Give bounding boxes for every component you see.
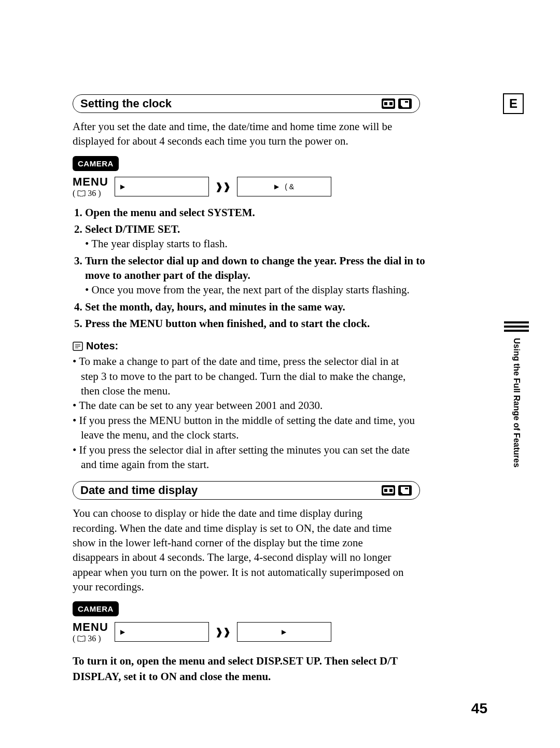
page-reference: ( 36 ) bbox=[73, 634, 101, 643]
svg-rect-3 bbox=[389, 102, 393, 105]
section-header-date-time-display: Date and time display bbox=[73, 481, 420, 500]
mode-icons bbox=[381, 485, 412, 496]
side-chapter-tab: Using the Full Range of Features bbox=[504, 321, 529, 468]
camera-mode-badge: CAMERA bbox=[73, 601, 119, 616]
step-5: Press the MENU button when finished, and… bbox=[85, 316, 427, 331]
triangle-right-icon: ▶ bbox=[282, 628, 286, 636]
menu-path-box-1: ▶ bbox=[115, 622, 209, 642]
note-item: If you press the selector dial in after … bbox=[73, 443, 415, 472]
menu-path-box-1: ▶ bbox=[115, 177, 209, 196]
step-1: Open the menu and select SYSTEM. bbox=[85, 205, 427, 220]
svg-rect-15 bbox=[405, 488, 408, 489]
triangle-right-icon: ▶ bbox=[120, 183, 125, 190]
tape-icon bbox=[381, 485, 396, 496]
language-indicator: E bbox=[503, 93, 524, 114]
menu-path-box-2: ▶ ( & bbox=[237, 177, 331, 196]
step-3: Turn the selector dial up and down to ch… bbox=[85, 253, 427, 298]
note-item: If you press the MENU button in the midd… bbox=[73, 413, 415, 443]
svg-rect-5 bbox=[405, 101, 408, 103]
chapter-title-vertical: Using the Full Range of Features bbox=[511, 338, 522, 468]
card-icon bbox=[398, 485, 412, 496]
camera-mode-badge: CAMERA bbox=[73, 156, 119, 171]
section-title: Setting the clock bbox=[80, 97, 172, 110]
book-ref-icon bbox=[77, 636, 86, 642]
svg-rect-13 bbox=[389, 489, 393, 492]
double-arrow-icon: ❱❱ bbox=[215, 626, 231, 638]
menu-block: MENU ( 36 ) bbox=[73, 620, 108, 643]
svg-rect-2 bbox=[384, 102, 387, 105]
menu-path-box-2: ▶ bbox=[237, 622, 331, 642]
triangle-right-icon: ▶ bbox=[120, 628, 125, 636]
section1-intro: After you set the date and time, the dat… bbox=[73, 119, 404, 149]
manual-page: E Setting the clock After you set the da… bbox=[0, 0, 560, 748]
step-2: Select D/TIME SET.The year display start… bbox=[85, 222, 427, 251]
section-title: Date and time display bbox=[80, 484, 198, 497]
menu-navigation-diagram-2: MENU ( 36 ) ▶ ❱❱ ▶ bbox=[73, 620, 487, 643]
section-header-setting-clock: Setting the clock bbox=[73, 94, 420, 113]
tape-icon bbox=[381, 98, 396, 109]
menu-label: MENU bbox=[73, 620, 108, 634]
menu-navigation-diagram-1: MENU ( 36 ) ▶ ❱❱ ▶ ( & bbox=[73, 175, 487, 198]
menu-label: MENU bbox=[73, 175, 108, 189]
page-reference: ( 36 ) bbox=[73, 189, 101, 198]
triangle-right-icon: ▶ bbox=[274, 183, 279, 190]
note-item: The date can be set to any year between … bbox=[73, 398, 415, 413]
page-number: 45 bbox=[471, 700, 487, 717]
note-item: To make a change to part of the date and… bbox=[73, 354, 415, 398]
double-arrow-icon: ❱❱ bbox=[215, 181, 231, 192]
tab-marker-lines bbox=[504, 321, 529, 334]
card-icon bbox=[398, 98, 412, 109]
instruction-steps: Open the menu and select SYSTEM. Select … bbox=[73, 205, 427, 331]
step-4: Set the month, day, hours, and minutes i… bbox=[85, 300, 427, 314]
notes-list: To make a change to part of the date and… bbox=[73, 354, 415, 472]
book-ref-icon bbox=[77, 190, 86, 196]
notes-icon bbox=[73, 342, 83, 351]
notes-heading: Notes: bbox=[73, 340, 487, 352]
mode-icons bbox=[381, 98, 412, 109]
section2-intro: You can choose to display or hide the da… bbox=[73, 506, 404, 594]
menu-block: MENU ( 36 ) bbox=[73, 175, 108, 198]
svg-rect-12 bbox=[384, 489, 387, 492]
final-instruction: To turn it on, open the menu and select … bbox=[73, 654, 415, 684]
